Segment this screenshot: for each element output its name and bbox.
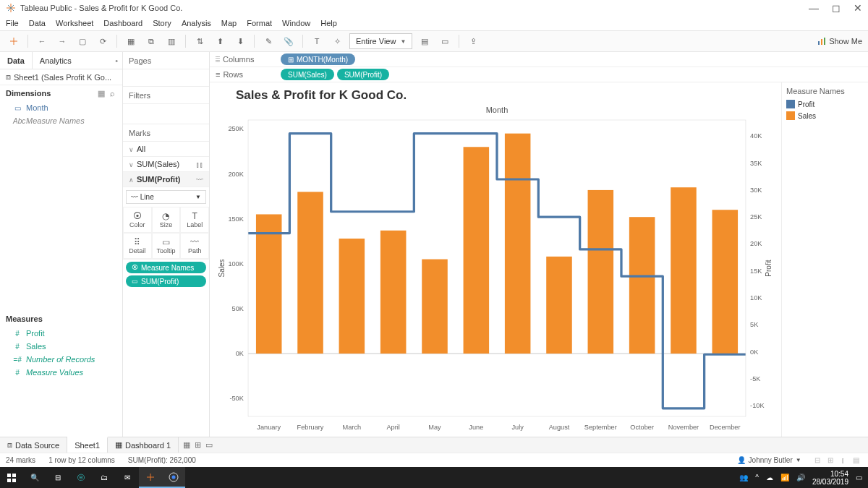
window-close-button[interactable]: ✕ bbox=[854, 2, 862, 14]
window-maximize-button[interactable]: ◻ bbox=[832, 2, 841, 14]
status-rowcol: 1 row by 12 columns bbox=[48, 456, 115, 464]
user-menu[interactable]: 👤Johnny Butler▼ bbox=[737, 456, 801, 464]
new-datasource-button[interactable]: ⟳ bbox=[95, 33, 111, 49]
menu-format[interactable]: Format bbox=[247, 19, 272, 27]
task-view-button[interactable]: ⊟ bbox=[46, 467, 69, 488]
field-month[interactable]: ▭ Month bbox=[0, 101, 122, 114]
start-button[interactable] bbox=[0, 467, 23, 488]
save-button[interactable]: ▢ bbox=[75, 33, 90, 49]
status-marks: 24 marks bbox=[6, 456, 35, 464]
menu-data[interactable]: Data bbox=[29, 19, 46, 27]
menu-map[interactable]: Map bbox=[221, 19, 237, 27]
field-measure-names[interactable]: Abc Measure Names bbox=[0, 114, 122, 127]
volume-icon[interactable]: 🔊 bbox=[796, 474, 805, 481]
menu-worksheet[interactable]: Worksheet bbox=[56, 19, 93, 27]
onedrive-icon[interactable]: ☁ bbox=[766, 474, 773, 481]
pill-sum-sales[interactable]: SUM(Sales) bbox=[281, 69, 334, 80]
pill-sum-profit-row[interactable]: SUM(Profit) bbox=[337, 69, 389, 80]
pane-menu-icon[interactable]: • bbox=[115, 56, 118, 65]
pill-month[interactable]: ⊞MONTH(Month) bbox=[281, 53, 355, 65]
marks-path[interactable]: 〰Path bbox=[180, 233, 209, 259]
datasource-item[interactable]: ⧈ Sheet1 (Sales Profit K Go... bbox=[0, 69, 122, 85]
marks-color[interactable]: ⦿Color bbox=[123, 207, 152, 233]
share-button[interactable]: ⇪ bbox=[465, 33, 481, 49]
marks-tooltip[interactable]: ▭Tooltip bbox=[152, 233, 181, 259]
tray-chevron-icon[interactable]: ^ bbox=[755, 474, 759, 481]
menu-analysis[interactable]: Analysis bbox=[182, 19, 211, 27]
pill-sum-profit[interactable]: ▭SUM(Profit) bbox=[126, 275, 206, 287]
menu-help[interactable]: Help bbox=[320, 19, 337, 27]
legend: Measure Names Profit Sales bbox=[781, 82, 868, 437]
explorer-icon[interactable]: 🗂 bbox=[93, 467, 116, 488]
new-story-button[interactable]: ▭ bbox=[205, 440, 213, 450]
wifi-icon[interactable]: 📶 bbox=[780, 474, 789, 481]
tab-dashboard1[interactable]: ▦Dashboard 1 bbox=[108, 437, 179, 453]
field-measure-values[interactable]: #Measure Values bbox=[0, 366, 122, 379]
pill-measure-names[interactable]: ⦿Measure Names bbox=[126, 262, 206, 273]
show-me-button[interactable]: Show Me bbox=[817, 37, 862, 46]
marks-all[interactable]: ∨All bbox=[123, 142, 209, 157]
tableau-taskbar-icon[interactable] bbox=[139, 467, 162, 488]
rows-shelf[interactable]: ≡ Rows SUM(Sales) SUM(Profit) bbox=[210, 67, 868, 82]
menu-dashboard[interactable]: Dashboard bbox=[103, 19, 142, 27]
show-cards-button[interactable]: ▤ bbox=[417, 33, 433, 49]
tab-data-source[interactable]: ⧈Data Source bbox=[0, 437, 67, 453]
marks-detail[interactable]: ⠿Detail bbox=[123, 233, 152, 259]
notifications-button[interactable]: ▭ bbox=[856, 474, 862, 481]
field-profit[interactable]: #Profit bbox=[0, 327, 122, 340]
menu-file[interactable]: File bbox=[6, 19, 19, 27]
field-sales[interactable]: #Sales bbox=[0, 340, 122, 353]
group-button[interactable]: 📎 bbox=[281, 33, 297, 49]
sheet-tabs: ⧈Data Source Sheet1 ▦Dashboard 1 ▦ ⊞ ▭ bbox=[0, 437, 868, 453]
legend-item-profit[interactable]: Profit bbox=[786, 98, 864, 110]
sort-asc-button[interactable]: ⬆ bbox=[212, 33, 228, 49]
legend-item-sales[interactable]: Sales bbox=[786, 110, 864, 121]
pin-button[interactable]: ✧ bbox=[329, 33, 345, 49]
menu-window[interactable]: Window bbox=[282, 19, 310, 27]
forward-button[interactable]: → bbox=[54, 33, 70, 49]
labels-button[interactable]: T bbox=[309, 33, 325, 49]
separator bbox=[302, 35, 303, 48]
edge-icon[interactable]: ⓔ bbox=[69, 467, 93, 488]
new-worksheet-button[interactable]: ▦ bbox=[183, 440, 190, 450]
highlight-button[interactable]: ✎ bbox=[260, 33, 276, 49]
tab-data[interactable]: Data bbox=[0, 52, 32, 69]
path-icon: 〰 bbox=[190, 237, 199, 247]
chrome-icon[interactable] bbox=[162, 467, 185, 488]
measures-header: Measures bbox=[0, 311, 122, 327]
pages-shelf[interactable]: Pages bbox=[123, 52, 209, 69]
swap-button[interactable]: ⇅ bbox=[192, 33, 208, 49]
tableau-icon[interactable] bbox=[6, 33, 22, 49]
sort-desc-button[interactable]: ⬇ bbox=[232, 33, 248, 49]
view-mode-icons[interactable]: ⊟ ⊞ ⫿ ▤ bbox=[814, 456, 862, 464]
taskbar-clock[interactable]: 10:54 28/03/2019 bbox=[812, 470, 848, 486]
filters-shelf[interactable]: Filters bbox=[123, 87, 209, 104]
tab-sheet1[interactable]: Sheet1 bbox=[67, 437, 108, 453]
svg-text:0K: 0K bbox=[236, 350, 244, 357]
viz-title[interactable]: Sales & Profit for K Good Co. bbox=[216, 88, 778, 106]
number-icon: =# bbox=[13, 356, 22, 364]
marks-sum-profit[interactable]: ∧SUM(Profit)〰 bbox=[123, 172, 209, 187]
chart-canvas[interactable]: -50K0K50K100K150K200K250K-10K-5K0K5K10K1… bbox=[216, 116, 778, 434]
field-number-of-records[interactable]: =#Number of Records bbox=[0, 353, 122, 366]
marks-size[interactable]: ◔Size bbox=[152, 207, 181, 233]
fit-selector[interactable]: Entire View ▼ bbox=[349, 33, 412, 49]
new-worksheet-button[interactable]: ▦ bbox=[123, 33, 139, 49]
mail-icon[interactable]: ✉ bbox=[116, 467, 139, 488]
duplicate-button[interactable]: ⧉ bbox=[143, 33, 159, 49]
dimensions-tools-icon[interactable]: ▦ ⌕ bbox=[98, 89, 116, 98]
menu-story[interactable]: Story bbox=[153, 19, 171, 27]
search-button[interactable]: 🔍 bbox=[23, 467, 46, 488]
mark-type-selector[interactable]: 〰 Line ▼ bbox=[126, 190, 206, 204]
people-icon[interactable]: 👥 bbox=[739, 474, 748, 481]
back-button[interactable]: ← bbox=[34, 33, 50, 49]
columns-shelf[interactable]: ⦙⦙⦙ Columns ⊞MONTH(Month) bbox=[210, 52, 868, 67]
new-dashboard-button[interactable]: ⊞ bbox=[195, 440, 201, 450]
presentation-button[interactable]: ▭ bbox=[437, 33, 453, 49]
marks-label[interactable]: TLabel bbox=[180, 207, 209, 233]
marks-sum-sales[interactable]: ∨SUM(Sales)⫿⫿ bbox=[123, 157, 209, 172]
tab-analytics[interactable]: Analytics bbox=[32, 52, 79, 69]
window-minimize-button[interactable]: — bbox=[809, 2, 819, 14]
clear-button[interactable]: ▥ bbox=[163, 33, 179, 49]
svg-text:September: September bbox=[584, 424, 617, 431]
